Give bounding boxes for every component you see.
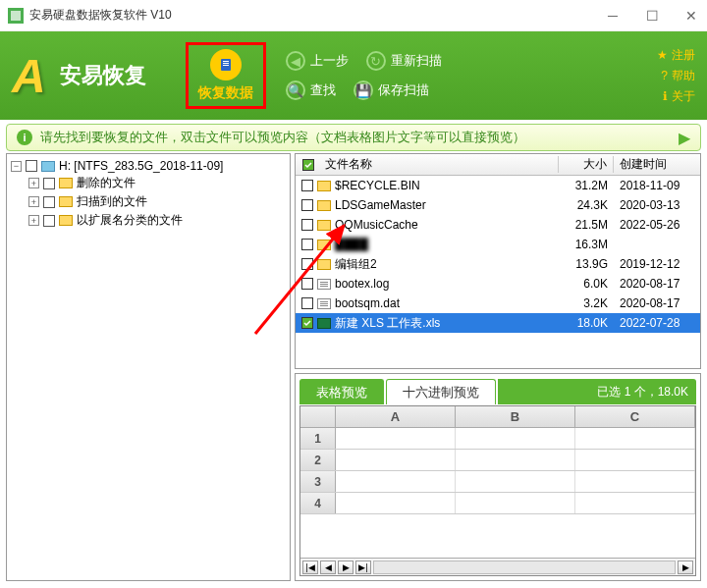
file-date: 2020-08-17 — [614, 277, 700, 291]
row-checkbox[interactable] — [301, 199, 313, 211]
rescan-button[interactable]: ↻重新扫描 — [366, 51, 442, 71]
file-icon — [317, 318, 331, 329]
sheet-col-header[interactable]: C — [575, 406, 695, 427]
selection-status: 已选 1 个，18.0K — [498, 379, 696, 404]
tree-checkbox[interactable] — [43, 215, 55, 227]
info-icon: ℹ — [663, 89, 668, 103]
file-row[interactable]: QQMusicCache21.5M2022-05-26 — [296, 215, 700, 235]
sheet-cell[interactable] — [575, 493, 695, 513]
file-name: 新建 XLS 工作表.xls — [335, 315, 559, 332]
file-row[interactable]: bootsqm.dat3.2K2020-08-17 — [296, 294, 700, 313]
row-checkbox[interactable] — [301, 278, 313, 290]
row-checkbox[interactable] — [301, 239, 313, 250]
sheet-row-header[interactable]: 3 — [300, 471, 336, 492]
help-link[interactable]: ?帮助 — [661, 68, 695, 84]
about-link[interactable]: ℹ关于 — [663, 88, 695, 105]
file-name: $RECYCLE.BIN — [335, 179, 559, 192]
file-date: 2020-03-13 — [614, 198, 700, 212]
sheet-scrollbar[interactable]: |◀ ◀ ▶ ▶| ▶ — [300, 558, 695, 575]
scroll-first-icon[interactable]: |◀ — [302, 561, 318, 574]
tree-checkbox[interactable] — [26, 160, 37, 172]
expand-icon[interactable]: + — [28, 196, 39, 207]
file-name: 编辑组2 — [335, 256, 559, 273]
col-name[interactable]: 文件名称 — [321, 156, 559, 173]
scroll-next-icon[interactable]: ▶ — [338, 561, 354, 574]
row-checkbox[interactable] — [301, 180, 313, 191]
sheet-row[interactable]: 2 — [300, 450, 695, 471]
sheet-row-header[interactable]: 4 — [300, 493, 336, 513]
expand-icon[interactable]: + — [28, 215, 39, 226]
tree-item[interactable]: +删除的文件 — [11, 174, 286, 192]
collapse-icon[interactable]: − — [11, 161, 22, 172]
rescan-label: 重新扫描 — [391, 52, 442, 70]
scroll-last-icon[interactable]: ▶| — [355, 561, 371, 574]
sheet-row[interactable]: 4 — [300, 493, 695, 514]
recover-data-button[interactable]: 恢复数据 — [198, 49, 253, 102]
sheet-cell[interactable] — [575, 450, 695, 470]
maximize-button[interactable]: ☐ — [644, 8, 660, 24]
col-date[interactable]: 创建时间 — [614, 156, 700, 173]
row-checkbox[interactable] — [301, 317, 313, 329]
sheet-row-header[interactable]: 1 — [300, 428, 336, 449]
row-checkbox[interactable] — [301, 297, 313, 309]
file-date: 2020-08-17 — [614, 296, 700, 310]
scroll-prev-icon[interactable]: ◀ — [320, 561, 336, 574]
tree-item[interactable]: +扫描到的文件 — [11, 192, 286, 211]
folder-icon — [317, 220, 331, 231]
tab-hex-preview[interactable]: 十六进制预览 — [386, 379, 496, 404]
scroll-track[interactable] — [373, 561, 676, 574]
find-button[interactable]: 🔍查找 — [286, 80, 336, 100]
sheet-cell[interactable] — [336, 471, 456, 492]
sheet-cell[interactable] — [575, 428, 695, 449]
sheet-cell[interactable] — [575, 471, 695, 492]
sheet-row[interactable]: 1 — [300, 428, 695, 450]
file-size: 6.0K — [559, 277, 614, 291]
file-row[interactable]: 新建 XLS 工作表.xls18.0K2022-07-28 — [296, 313, 700, 333]
scroll-right-icon[interactable]: ▶ — [678, 561, 693, 574]
sheet-cell[interactable] — [456, 450, 575, 470]
sheet-col-header[interactable]: A — [336, 406, 456, 427]
tree-item[interactable]: +以扩展名分类的文件 — [11, 211, 286, 230]
file-row[interactable]: LDSGameMaster24.3K2020-03-13 — [296, 195, 700, 215]
file-row[interactable]: bootex.log6.0K2020-08-17 — [296, 274, 700, 294]
sheet-cell[interactable] — [336, 450, 456, 470]
back-icon: ◀ — [286, 51, 305, 71]
folder-tree[interactable]: − H: [NTFS_283.5G_2018-11-09] +删除的文件+扫描到… — [6, 153, 291, 581]
back-button[interactable]: ◀上一步 — [286, 51, 349, 71]
select-all-checkbox[interactable] — [302, 159, 314, 171]
expand-icon[interactable]: + — [28, 178, 39, 188]
toolbar-header: A 安易恢复 恢复数据 ◀上一步 ↻重新扫描 🔍查找 💾保存扫描 ★注册 ?帮助… — [0, 31, 707, 120]
sheet-cell[interactable] — [336, 428, 456, 449]
sheet-corner[interactable] — [300, 406, 336, 427]
save-icon: 💾 — [354, 80, 373, 100]
hint-banner: i 请先找到要恢复的文件，双击文件可以预览内容（文档表格图片文字等可以直接预览）… — [6, 124, 701, 151]
file-row[interactable]: $RECYCLE.BIN31.2M2018-11-09 — [296, 176, 700, 195]
sheet-cell[interactable] — [456, 428, 575, 449]
file-row[interactable]: 编辑组213.9G2019-12-12 — [296, 254, 700, 274]
tree-label: 扫描到的文件 — [77, 193, 147, 210]
tab-table-preview[interactable]: 表格预览 — [299, 379, 384, 404]
minimize-button[interactable]: ─ — [605, 8, 621, 24]
tree-root[interactable]: − H: [NTFS_283.5G_2018-11-09] — [11, 158, 286, 174]
folder-icon — [59, 196, 73, 207]
sheet-col-header[interactable]: B — [456, 406, 575, 427]
tree-checkbox[interactable] — [43, 196, 55, 208]
file-date: 2019-12-12 — [614, 257, 700, 271]
file-list[interactable]: 文件名称 大小 创建时间 $RECYCLE.BIN31.2M2018-11-09… — [295, 153, 701, 369]
sheet-row[interactable]: 3 — [300, 471, 695, 493]
register-link[interactable]: ★注册 — [657, 47, 695, 64]
folder-icon — [59, 178, 73, 188]
row-checkbox[interactable] — [301, 258, 313, 270]
save-scan-button[interactable]: 💾保存扫描 — [354, 80, 429, 100]
col-size[interactable]: 大小 — [559, 156, 614, 173]
sheet-row-header[interactable]: 2 — [300, 450, 336, 470]
close-button[interactable]: ✕ — [683, 8, 699, 24]
sheet-cell[interactable] — [336, 493, 456, 513]
drive-icon — [41, 161, 55, 172]
file-row[interactable]: ████16.3M — [296, 235, 700, 254]
sheet-cell[interactable] — [456, 493, 575, 513]
sheet-cell[interactable] — [456, 471, 575, 492]
row-checkbox[interactable] — [301, 219, 313, 231]
tree-checkbox[interactable] — [43, 178, 55, 189]
window-title: 安易硬盘数据恢复软件 V10 — [29, 7, 172, 24]
